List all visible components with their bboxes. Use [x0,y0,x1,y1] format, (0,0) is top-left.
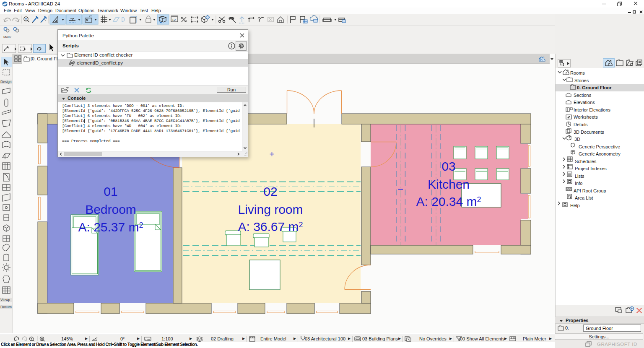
svg-text:02: 02 [263,184,277,198]
svg-text:03: 03 [441,159,455,173]
svg-text:A: 20.34 m2: A: 20.34 m2 [416,195,481,208]
svg-text:12: 12 [172,18,176,22]
svg-text:Bedroom: Bedroom [85,203,136,216]
svg-text:A: 25.37 m2: A: 25.37 m2 [78,220,143,234]
svg-text:A: 36.67 m2: A: 36.67 m2 [238,220,303,234]
svg-text:Living room: Living room [238,203,303,216]
svg-text:01: 01 [104,184,117,198]
svg-text:Kitchen: Kitchen [428,177,470,191]
